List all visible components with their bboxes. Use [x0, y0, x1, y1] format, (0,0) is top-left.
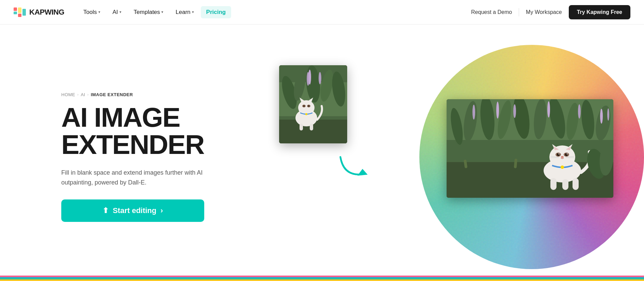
upload-icon: ⬆ — [102, 206, 109, 215]
svg-point-67 — [561, 165, 564, 169]
image-large — [447, 99, 613, 198]
svg-point-14 — [319, 72, 321, 84]
breadcrumb: HOME › AI › IMAGE EXTENDER — [61, 92, 252, 97]
chevron-down-icon: ▾ — [192, 10, 194, 14]
hero-visual — [252, 38, 630, 276]
nav-divider — [519, 8, 519, 16]
chevron-right-icon: › — [161, 206, 163, 215]
teal-arrow — [337, 150, 378, 184]
try-kapwing-button[interactable]: Try Kapwing Free — [569, 5, 630, 19]
svg-rect-25 — [310, 124, 313, 130]
start-editing-label: Start editing — [113, 206, 156, 215]
svg-marker-72 — [357, 169, 368, 176]
breadcrumb-sep1: › — [77, 92, 79, 96]
svg-point-54 — [567, 154, 568, 155]
request-demo-link[interactable]: Request a Demo — [471, 9, 512, 15]
logo-link[interactable]: KAPWING — [14, 7, 64, 17]
navbar: KAPWING Tools ▾ AI ▾ Templates ▾ Learn ▾… — [0, 0, 644, 24]
svg-rect-65 — [562, 179, 568, 190]
svg-point-42 — [547, 101, 550, 118]
nav-item-ai[interactable]: AI ▾ — [107, 6, 127, 18]
svg-rect-2 — [18, 7, 21, 13]
svg-rect-3 — [18, 14, 21, 17]
svg-point-21 — [308, 105, 310, 107]
breadcrumb-sep2: › — [87, 92, 88, 96]
chevron-down-icon: ▾ — [98, 10, 100, 14]
svg-point-41 — [513, 104, 516, 118]
svg-point-39 — [472, 105, 475, 120]
svg-point-71 — [607, 108, 609, 121]
svg-point-43 — [578, 104, 581, 119]
svg-point-70 — [600, 109, 603, 124]
hero-section: HOME › AI › IMAGE EXTENDER AI IMAGE EXTE… — [0, 24, 644, 276]
svg-rect-24 — [300, 124, 303, 130]
start-editing-button[interactable]: ⬆ Start editing › — [61, 199, 204, 222]
chevron-down-icon: ▾ — [161, 10, 163, 14]
nav-item-tools[interactable]: Tools ▾ — [78, 6, 106, 18]
nav-links: Tools ▾ AI ▾ Templates ▾ Learn ▾ Pricing — [78, 6, 471, 18]
nav-item-templates[interactable]: Templates ▾ — [128, 6, 169, 18]
svg-point-55 — [561, 156, 564, 158]
hero-description: Fill in blank space and extend images fu… — [61, 168, 211, 188]
hero-title: AI IMAGE EXTENDER — [61, 104, 252, 158]
svg-point-53 — [559, 154, 560, 155]
svg-point-26 — [305, 113, 307, 115]
bar-yellow — [0, 280, 644, 281]
my-workspace-link[interactable]: My Workspace — [526, 9, 562, 15]
svg-rect-1 — [14, 12, 17, 14]
nav-right: Request a Demo My Workspace Try Kapwing … — [471, 5, 630, 19]
svg-point-13 — [308, 70, 311, 85]
logo-text: KAPWING — [29, 8, 64, 17]
hero-title-line2: EXTENDER — [61, 129, 204, 160]
chevron-down-icon: ▾ — [119, 10, 122, 14]
breadcrumb-ai[interactable]: AI — [81, 92, 85, 97]
logo-icon — [14, 7, 26, 17]
cat-image-small — [279, 65, 347, 143]
bottom-bars — [0, 276, 644, 281]
svg-rect-66 — [573, 178, 579, 190]
svg-rect-4 — [22, 9, 26, 16]
hero-content: HOME › AI › IMAGE EXTENDER AI IMAGE EXTE… — [61, 92, 252, 222]
breadcrumb-current: IMAGE EXTENDER — [91, 92, 133, 97]
cat-image-large — [447, 99, 613, 198]
svg-point-20 — [303, 105, 305, 107]
hero-title-line1: AI IMAGE — [61, 102, 180, 133]
svg-rect-64 — [550, 178, 557, 190]
svg-point-40 — [496, 102, 499, 119]
breadcrumb-home[interactable]: HOME — [61, 92, 75, 97]
nav-item-pricing[interactable]: Pricing — [201, 6, 231, 18]
nav-item-learn[interactable]: Learn ▾ — [170, 6, 199, 18]
image-small — [279, 65, 347, 143]
svg-rect-0 — [14, 7, 17, 11]
